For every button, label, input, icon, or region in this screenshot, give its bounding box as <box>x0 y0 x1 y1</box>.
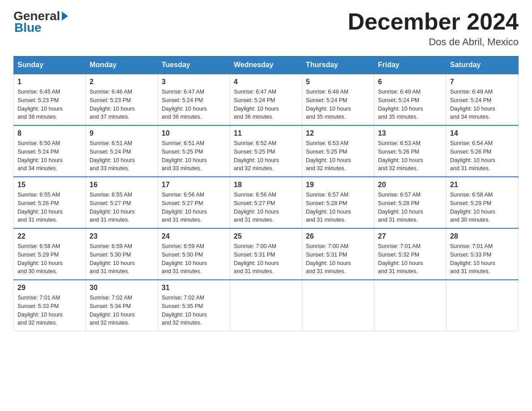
day-info: Sunrise: 7:01 AMSunset: 5:33 PMDaylight:… <box>17 294 82 327</box>
day-info: Sunrise: 6:47 AMSunset: 5:24 PMDaylight:… <box>234 88 298 121</box>
day-number: 11 <box>234 129 298 137</box>
day-info: Sunrise: 7:02 AMSunset: 5:35 PMDaylight:… <box>162 294 226 327</box>
day-number: 19 <box>306 181 370 189</box>
day-number: 14 <box>450 129 515 137</box>
calendar-day-cell: 20Sunrise: 6:57 AMSunset: 5:28 PMDayligh… <box>374 177 446 228</box>
calendar-day-cell: 7Sunrise: 6:49 AMSunset: 5:24 PMDaylight… <box>446 74 519 125</box>
calendar-day-cell: 1Sunrise: 6:45 AMSunset: 5:23 PMDaylight… <box>14 74 86 125</box>
day-info: Sunrise: 7:01 AMSunset: 5:33 PMDaylight:… <box>450 242 515 276</box>
day-info: Sunrise: 6:49 AMSunset: 5:24 PMDaylight:… <box>378 88 442 121</box>
page-title: December 2024 <box>348 9 519 34</box>
calendar-day-cell: 15Sunrise: 6:55 AMSunset: 5:26 PMDayligh… <box>14 177 86 228</box>
logo-blue-text: Blue <box>13 21 42 35</box>
day-number: 20 <box>378 181 442 189</box>
day-number: 21 <box>450 181 515 189</box>
calendar-day-cell: 24Sunrise: 6:59 AMSunset: 5:30 PMDayligh… <box>158 228 230 280</box>
calendar-day-cell: 21Sunrise: 6:58 AMSunset: 5:29 PMDayligh… <box>446 177 519 228</box>
day-number: 29 <box>17 284 82 292</box>
day-info: Sunrise: 6:52 AMSunset: 5:25 PMDaylight:… <box>234 139 298 173</box>
calendar-day-cell: 30Sunrise: 7:02 AMSunset: 5:34 PMDayligh… <box>86 280 158 331</box>
day-info: Sunrise: 6:58 AMSunset: 5:29 PMDaylight:… <box>17 242 82 276</box>
calendar-header-row: SundayMondayTuesdayWednesdayThursdayFrid… <box>14 56 519 74</box>
calendar-day-cell: 29Sunrise: 7:01 AMSunset: 5:33 PMDayligh… <box>14 280 86 331</box>
day-number: 16 <box>90 181 154 189</box>
day-number: 5 <box>306 78 370 86</box>
logo: General Blue <box>13 9 68 35</box>
day-info: Sunrise: 6:51 AMSunset: 5:24 PMDaylight:… <box>90 139 154 173</box>
calendar-day-cell: 12Sunrise: 6:53 AMSunset: 5:25 PMDayligh… <box>302 125 374 177</box>
day-info: Sunrise: 6:57 AMSunset: 5:28 PMDaylight:… <box>378 191 442 224</box>
day-number: 1 <box>17 78 82 86</box>
calendar-week-row: 15Sunrise: 6:55 AMSunset: 5:26 PMDayligh… <box>14 177 519 228</box>
calendar-day-cell: 10Sunrise: 6:51 AMSunset: 5:25 PMDayligh… <box>158 125 230 177</box>
day-info: Sunrise: 6:51 AMSunset: 5:25 PMDaylight:… <box>162 139 226 173</box>
day-number: 3 <box>162 78 226 86</box>
title-area: December 2024 Dos de Abril, Mexico <box>348 9 519 48</box>
calendar-day-cell: 16Sunrise: 6:55 AMSunset: 5:27 PMDayligh… <box>86 177 158 228</box>
day-info: Sunrise: 6:59 AMSunset: 5:30 PMDaylight:… <box>162 242 226 276</box>
day-number: 17 <box>162 181 226 189</box>
day-number: 9 <box>90 129 154 137</box>
calendar-day-cell: 31Sunrise: 7:02 AMSunset: 5:35 PMDayligh… <box>158 280 230 331</box>
day-number: 7 <box>450 78 515 86</box>
day-number: 13 <box>378 129 442 137</box>
calendar-day-cell <box>302 280 374 331</box>
day-info: Sunrise: 7:01 AMSunset: 5:32 PMDaylight:… <box>378 242 442 276</box>
calendar-day-cell: 6Sunrise: 6:49 AMSunset: 5:24 PMDaylight… <box>374 74 446 125</box>
calendar-day-cell: 11Sunrise: 6:52 AMSunset: 5:25 PMDayligh… <box>230 125 302 177</box>
calendar-header-tuesday: Tuesday <box>158 56 230 74</box>
day-info: Sunrise: 6:55 AMSunset: 5:27 PMDaylight:… <box>90 191 154 224</box>
calendar-header-monday: Monday <box>86 56 158 74</box>
calendar-day-cell: 25Sunrise: 7:00 AMSunset: 5:31 PMDayligh… <box>230 228 302 280</box>
day-info: Sunrise: 6:58 AMSunset: 5:29 PMDaylight:… <box>450 191 515 224</box>
day-number: 31 <box>162 284 226 292</box>
calendar-day-cell <box>230 280 302 331</box>
calendar-day-cell: 13Sunrise: 6:53 AMSunset: 5:26 PMDayligh… <box>374 125 446 177</box>
day-info: Sunrise: 6:57 AMSunset: 5:28 PMDaylight:… <box>306 191 370 224</box>
calendar-day-cell: 14Sunrise: 6:54 AMSunset: 5:26 PMDayligh… <box>446 125 519 177</box>
calendar-week-row: 1Sunrise: 6:45 AMSunset: 5:23 PMDaylight… <box>14 74 519 125</box>
calendar-table: SundayMondayTuesdayWednesdayThursdayFrid… <box>13 56 519 331</box>
day-info: Sunrise: 7:00 AMSunset: 5:31 PMDaylight:… <box>306 242 370 276</box>
day-number: 18 <box>234 181 298 189</box>
logo-arrow-icon <box>62 12 68 21</box>
calendar-week-row: 29Sunrise: 7:01 AMSunset: 5:33 PMDayligh… <box>14 280 519 331</box>
calendar-day-cell: 22Sunrise: 6:58 AMSunset: 5:29 PMDayligh… <box>14 228 86 280</box>
calendar-header-friday: Friday <box>374 56 446 74</box>
day-info: Sunrise: 6:56 AMSunset: 5:27 PMDaylight:… <box>162 191 226 224</box>
calendar-header-sunday: Sunday <box>14 56 86 74</box>
day-info: Sunrise: 6:48 AMSunset: 5:24 PMDaylight:… <box>306 88 370 121</box>
calendar-header-thursday: Thursday <box>302 56 374 74</box>
header: General Blue December 2024 Dos de Abril,… <box>13 9 519 48</box>
day-number: 28 <box>450 232 515 240</box>
calendar-day-cell: 8Sunrise: 6:50 AMSunset: 5:24 PMDaylight… <box>14 125 86 177</box>
calendar-day-cell: 26Sunrise: 7:00 AMSunset: 5:31 PMDayligh… <box>302 228 374 280</box>
calendar-day-cell <box>446 280 519 331</box>
day-info: Sunrise: 6:55 AMSunset: 5:26 PMDaylight:… <box>17 191 82 224</box>
day-info: Sunrise: 6:50 AMSunset: 5:24 PMDaylight:… <box>17 139 82 173</box>
page-subtitle: Dos de Abril, Mexico <box>348 36 519 48</box>
calendar-week-row: 8Sunrise: 6:50 AMSunset: 5:24 PMDaylight… <box>14 125 519 177</box>
calendar-day-cell: 3Sunrise: 6:47 AMSunset: 5:24 PMDaylight… <box>158 74 230 125</box>
day-info: Sunrise: 6:53 AMSunset: 5:26 PMDaylight:… <box>378 139 442 173</box>
day-info: Sunrise: 6:49 AMSunset: 5:24 PMDaylight:… <box>450 88 515 121</box>
day-info: Sunrise: 6:45 AMSunset: 5:23 PMDaylight:… <box>17 88 82 121</box>
day-info: Sunrise: 6:54 AMSunset: 5:26 PMDaylight:… <box>450 139 515 173</box>
calendar-day-cell: 18Sunrise: 6:56 AMSunset: 5:27 PMDayligh… <box>230 177 302 228</box>
calendar-day-cell: 23Sunrise: 6:59 AMSunset: 5:30 PMDayligh… <box>86 228 158 280</box>
calendar-day-cell: 2Sunrise: 6:46 AMSunset: 5:23 PMDaylight… <box>86 74 158 125</box>
day-info: Sunrise: 7:02 AMSunset: 5:34 PMDaylight:… <box>90 294 154 327</box>
calendar-day-cell: 4Sunrise: 6:47 AMSunset: 5:24 PMDaylight… <box>230 74 302 125</box>
day-info: Sunrise: 6:59 AMSunset: 5:30 PMDaylight:… <box>90 242 154 276</box>
day-info: Sunrise: 6:56 AMSunset: 5:27 PMDaylight:… <box>234 191 298 224</box>
day-number: 15 <box>17 181 82 189</box>
day-info: Sunrise: 6:53 AMSunset: 5:25 PMDaylight:… <box>306 139 370 173</box>
day-number: 26 <box>306 232 370 240</box>
calendar-day-cell: 9Sunrise: 6:51 AMSunset: 5:24 PMDaylight… <box>86 125 158 177</box>
calendar-header-saturday: Saturday <box>446 56 519 74</box>
calendar-day-cell <box>374 280 446 331</box>
calendar-header-wednesday: Wednesday <box>230 56 302 74</box>
calendar-day-cell: 19Sunrise: 6:57 AMSunset: 5:28 PMDayligh… <box>302 177 374 228</box>
calendar-day-cell: 5Sunrise: 6:48 AMSunset: 5:24 PMDaylight… <box>302 74 374 125</box>
calendar-day-cell: 27Sunrise: 7:01 AMSunset: 5:32 PMDayligh… <box>374 228 446 280</box>
